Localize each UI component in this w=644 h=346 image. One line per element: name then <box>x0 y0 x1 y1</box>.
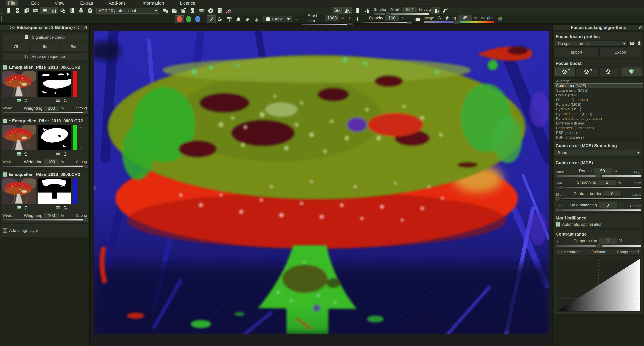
slider-handle[interactable] <box>554 208 560 212</box>
opacity-slider-handle[interactable] <box>407 20 413 24</box>
menu-add-ons[interactable]: Add-ons <box>106 0 128 6</box>
slider-value[interactable]: 0 <box>603 191 622 197</box>
image-gallery-button[interactable] <box>40 7 49 14</box>
photo-view-button[interactable] <box>16 98 22 104</box>
algorithm-item[interactable]: Colour (RGB) <box>554 93 643 97</box>
layer-weighting-value[interactable]: 100 <box>44 159 59 165</box>
compression-slider-handle[interactable] <box>596 244 602 248</box>
menu-licence[interactable]: Licence <box>178 0 198 6</box>
photo-refresh-button[interactable] <box>23 152 28 157</box>
layer-move-up-button[interactable]: ↑ <box>80 125 82 130</box>
algorithm-item[interactable]: Square error (MSE) <box>554 88 643 93</box>
print-button[interactable] <box>76 7 86 14</box>
rotate-canvas-button[interactable] <box>441 7 450 14</box>
contrast-compressed-button[interactable]: Compressed <box>614 249 642 256</box>
reverse-sequence-button[interactable]: ↑↓ Reverse sequence <box>2 52 87 60</box>
slider-track[interactable] <box>556 198 641 200</box>
slider-value[interactable]: 0 <box>598 202 617 208</box>
layer-mask-thumbnail[interactable] <box>38 178 71 204</box>
menu-view[interactable]: View <box>52 0 67 6</box>
compression-slider[interactable] <box>556 245 641 247</box>
layer-photo-thumbnail[interactable] <box>2 125 36 150</box>
algorithm-item[interactable]: PSF (colour) <box>554 130 643 135</box>
mask-view-button[interactable] <box>55 98 61 104</box>
smudge-tool-button[interactable] <box>252 15 261 23</box>
layer-weighting-value[interactable]: 100 <box>44 213 59 218</box>
layer-weighting-handle[interactable] <box>83 164 89 168</box>
layer-move-up-button[interactable]: ↑ <box>80 71 82 77</box>
layer-weighting-slider[interactable] <box>2 112 87 113</box>
algorithm-item[interactable]: Difference (linear) <box>554 121 643 126</box>
mask-refresh-button[interactable] <box>63 98 68 104</box>
blank-page-button[interactable] <box>353 7 362 14</box>
history-doc-button[interactable] <box>13 7 22 14</box>
menu-extras[interactable]: Extras <box>78 0 96 6</box>
diamond-boost-button[interactable] <box>621 67 642 76</box>
blue-mask-dot-button[interactable] <box>193 15 202 23</box>
sequence-panel-header[interactable]: >> Bildsequenz mit 3 Bild(ern) << <box>0 25 89 31</box>
photo-view-button[interactable] <box>16 205 22 211</box>
layer-visible-checkbox[interactable] <box>3 65 7 69</box>
compression-plus[interactable]: + <box>637 239 641 244</box>
slider-track[interactable] <box>556 209 641 211</box>
import-button[interactable]: Import <box>555 48 598 56</box>
contrast-optimum-button[interactable]: Optimum <box>585 249 612 256</box>
slider-handle[interactable] <box>596 174 602 178</box>
slider-value[interactable]: 5 <box>598 179 616 185</box>
opacity-value[interactable]: 100 <box>384 15 399 21</box>
layer-photo-thumbnail[interactable] <box>2 71 36 97</box>
new-page-button[interactable] <box>4 7 13 14</box>
view-two-images-button[interactable] <box>31 43 58 51</box>
layer-mask-thumbnail[interactable] <box>38 71 71 97</box>
stamp-tool-button[interactable] <box>234 15 243 23</box>
weighting-value[interactable]: 45 <box>458 15 472 21</box>
roller-tool-button[interactable] <box>225 15 234 23</box>
eraser-tool-button[interactable] <box>243 15 252 23</box>
zoom-slider[interactable] <box>374 13 429 15</box>
algorithm-item[interactable]: Distance (variance) <box>554 97 643 102</box>
view-three-images-button[interactable] <box>60 43 87 51</box>
project-profile-select[interactable]: HDR 10 professional <box>96 8 159 14</box>
zoom-in-page-button[interactable] <box>431 7 440 14</box>
stack-redo-button[interactable] <box>179 7 188 14</box>
panel-detach-icon[interactable] <box>639 26 643 31</box>
algorithm-item[interactable]: Cubic error (MCE) <box>554 83 643 88</box>
layer-move-up-button[interactable]: ↑ <box>80 179 82 184</box>
raw-import-button[interactable]: RAW <box>31 7 40 14</box>
layer-weighting-slider[interactable] <box>2 219 87 221</box>
layer-move-down-button[interactable]: ↓ <box>80 91 82 96</box>
menu-file[interactable]: File <box>6 0 18 6</box>
algorithm-item[interactable]: Average <box>554 79 643 83</box>
toolbar-drag-handle[interactable] <box>1 8 2 14</box>
brush-size-value[interactable]: 1000 <box>325 15 340 21</box>
compression-minus[interactable]: - <box>556 239 559 244</box>
opacity-slider[interactable] <box>363 21 412 23</box>
share-export-button[interactable] <box>86 7 94 14</box>
photo-refresh-button[interactable] <box>23 98 28 104</box>
algorithm-item[interactable]: Pyramid distance (variance) <box>554 116 643 121</box>
mask-refresh-button[interactable] <box>63 152 68 157</box>
zoom-out-page-button[interactable] <box>363 7 372 14</box>
slider-value[interactable]: 50 <box>593 168 612 174</box>
brush-size-plus[interactable]: + <box>347 15 352 20</box>
contrast-high-contrast-button[interactable]: High contrast <box>555 249 583 256</box>
layer-mask-thumbnail[interactable] <box>38 125 71 150</box>
export-button[interactable]: Export <box>600 48 642 56</box>
brushbar-drag-handle[interactable] <box>1 16 2 22</box>
layer-weighting-handle[interactable] <box>83 218 89 222</box>
fusion-profile-select[interactable]: No specific profile <box>555 40 628 46</box>
settings-gears-button[interactable] <box>58 7 68 14</box>
save-profile-button[interactable] <box>630 41 634 46</box>
opacity-plus[interactable]: + <box>407 15 411 20</box>
algorithm-item[interactable]: Pyramid (MCE) <box>554 102 643 107</box>
image-preview-button[interactable] <box>414 15 422 23</box>
split-document-button[interactable] <box>68 7 76 14</box>
brush-tools-button[interactable] <box>49 7 58 14</box>
aperture-infinity-button[interactable]: ∞ <box>600 67 620 76</box>
focus-panel-header[interactable]: Focus stacking algorithms <box>553 25 644 31</box>
panel-detach-icon[interactable] <box>84 26 88 31</box>
document-refresh-button[interactable] <box>188 7 197 14</box>
layer-photo-thumbnail[interactable] <box>2 178 36 204</box>
green-mask-dot-button[interactable] <box>184 15 193 23</box>
brush-shape-select[interactable]: Circle <box>263 16 292 22</box>
